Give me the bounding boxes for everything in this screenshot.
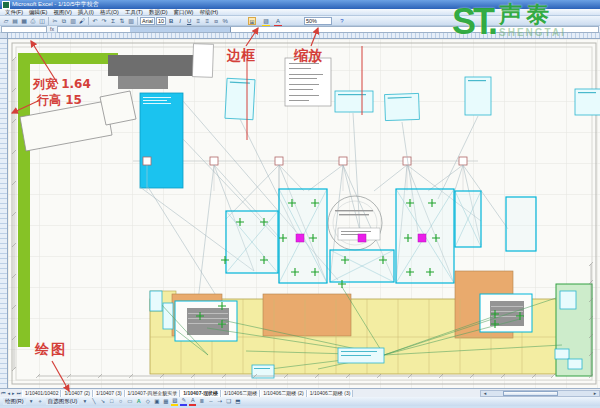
wordart-icon[interactable]: A: [135, 398, 142, 405]
italic-icon[interactable]: I: [176, 17, 184, 25]
bold-icon[interactable]: B: [167, 17, 175, 25]
draw-menu[interactable]: 绘图(R): [3, 398, 26, 405]
sheet-tab[interactable]: 1/10406二期楼 (3): [307, 390, 354, 397]
diagram-icon[interactable]: ◇: [144, 398, 151, 405]
menu-edit[interactable]: 编辑(E): [29, 9, 47, 16]
sheet-tab[interactable]: 1/10407 (3): [93, 390, 125, 397]
font-color-icon[interactable]: A: [189, 397, 196, 406]
arrow-style-icon[interactable]: ⇢: [216, 398, 223, 405]
tab-prev-icon[interactable]: ◂: [8, 390, 11, 396]
spec-note-box: [285, 58, 331, 106]
select-objects-icon[interactable]: ⌖: [37, 398, 44, 405]
print-icon[interactable]: ⎙: [29, 17, 37, 25]
textbox-icon[interactable]: ▭: [126, 398, 133, 405]
align-center-icon[interactable]: ≡: [203, 17, 211, 25]
name-box[interactable]: [1, 26, 47, 33]
save-icon[interactable]: ▦: [20, 17, 28, 25]
menu-insert[interactable]: 插入(I): [78, 9, 94, 16]
open-icon[interactable]: ▤: [11, 17, 19, 25]
tab-last-icon[interactable]: ⏭: [17, 390, 22, 397]
preview-icon[interactable]: ◫: [38, 17, 46, 25]
zoom-combo[interactable]: 50%: [304, 17, 332, 25]
percent-icon[interactable]: %: [221, 17, 229, 25]
sheet-canvas[interactable]: [8, 39, 600, 388]
arrow-icon[interactable]: ↘: [99, 398, 106, 405]
format-painter-icon[interactable]: 🖌: [78, 17, 86, 25]
line-color-icon[interactable]: ✎: [180, 397, 187, 406]
tab-next-icon[interactable]: ▸: [12, 390, 15, 396]
formula-selection: [130, 27, 231, 32]
horizontal-scrollbar[interactable]: ◂ ▸: [480, 390, 600, 397]
menu-window[interactable]: 窗口(W): [174, 9, 194, 16]
equipment-marker: [418, 234, 426, 242]
clipart-icon[interactable]: ▣: [153, 398, 160, 405]
copy-icon[interactable]: ⧉: [60, 17, 68, 25]
sort-asc-icon[interactable]: ⇅: [118, 17, 126, 25]
chart-wizard-icon[interactable]: ▥: [127, 17, 135, 25]
undo-icon[interactable]: ↶: [91, 17, 99, 25]
plan-drawing: [8, 39, 600, 388]
align-left-icon[interactable]: ≡: [194, 17, 202, 25]
font-name-combo[interactable]: Arial: [140, 17, 155, 25]
formula-bar: fx: [0, 26, 600, 33]
scrollbar-thumb[interactable]: [503, 391, 558, 396]
menu-tools[interactable]: 工具(T): [125, 9, 143, 16]
toolbar-separator: [137, 17, 138, 25]
redo-icon[interactable]: ↷: [100, 17, 108, 25]
fill-color-icon[interactable]: ▨: [171, 397, 178, 406]
tab-first-icon[interactable]: ⏮: [1, 390, 6, 397]
sheet-tab[interactable]: 1/10407-四层全貌实录: [125, 390, 181, 397]
font-size-combo[interactable]: 10: [156, 17, 166, 25]
excel-app-icon: [2, 1, 10, 9]
menu-format[interactable]: 格式(O): [100, 9, 119, 16]
stair-unit-2: [480, 294, 532, 332]
sheet-tab-bar: ⏮ ◂ ▸ ⏭ 1/10401/10402 1/10407 (2) 1/1040…: [0, 388, 600, 397]
formula-field[interactable]: [57, 26, 599, 33]
help-icon[interactable]: ?: [338, 17, 346, 25]
toolbar-separator: [88, 17, 89, 25]
menu-file[interactable]: 文件(F): [5, 9, 23, 16]
oval-icon[interactable]: ○: [117, 398, 124, 405]
drawing-toolbar: 绘图(R) ▾ ⌖ 自选图形(U) ▾ ╲ ↘ □ ○ ▭ A ◇ ▣ ▦ ▨ …: [0, 397, 600, 406]
cut-icon[interactable]: ✂: [51, 17, 59, 25]
equipment-marker: [358, 234, 366, 242]
underline-icon[interactable]: U: [185, 17, 193, 25]
chevron-down-icon[interactable]: ▾: [81, 398, 88, 405]
menu-view[interactable]: 视图(V): [53, 9, 71, 16]
cyan-building-block: [140, 93, 183, 188]
sheet-tab[interactable]: 1/10401/10402: [22, 390, 61, 397]
borders-icon[interactable]: ⊞: [248, 17, 256, 25]
fx-icon[interactable]: fx: [47, 26, 57, 32]
equipment-marker: [296, 234, 304, 242]
menu-help[interactable]: 帮助(H): [199, 9, 218, 16]
row-headers[interactable]: [0, 39, 8, 388]
sheet-tab[interactable]: 1/10407 (2): [61, 390, 93, 397]
threed-icon[interactable]: ⬒: [234, 398, 241, 405]
shadow-icon[interactable]: ❏: [225, 398, 232, 405]
rectangle-icon[interactable]: □: [108, 398, 115, 405]
autoshapes-menu[interactable]: 自选图形(U): [46, 398, 80, 405]
scroll-right-icon[interactable]: ▸: [591, 390, 599, 396]
chevron-down-icon[interactable]: ▾: [28, 398, 35, 405]
menu-bar: 文件(F) 编辑(E) 视图(V) 插入(I) 格式(O) 工具(T) 数据(D…: [0, 9, 600, 16]
dash-style-icon[interactable]: ┄: [207, 398, 214, 405]
paste-icon[interactable]: ▥: [69, 17, 77, 25]
line-icon[interactable]: ╲: [90, 398, 97, 405]
scroll-left-icon[interactable]: ◂: [481, 390, 489, 396]
merge-center-icon[interactable]: ⧈: [212, 17, 220, 25]
new-icon[interactable]: ▱: [2, 17, 10, 25]
sheet-tab[interactable]: 1/10406二期楼 (2): [260, 390, 307, 397]
sheet-tab[interactable]: 1/10406二期楼: [221, 390, 260, 397]
menu-data[interactable]: 数据(D): [149, 9, 168, 16]
excel-window: Microsoft Excel - 1/10/5中学校舍 文件(F) 编辑(E)…: [0, 0, 600, 408]
autosum-icon[interactable]: Σ: [109, 17, 117, 25]
toolbar-separator: [48, 17, 49, 25]
line-style-icon[interactable]: ≣: [198, 398, 205, 405]
standard-toolbar: ▱ ▤ ▦ ⎙ ◫ ✂ ⧉ ▥ 🖌 ↶ ↷ Σ ⇅ ▥ Arial 10 B I…: [0, 16, 600, 26]
sheet-tab-active[interactable]: 1/10407-现状楼: [180, 390, 221, 397]
picture-icon[interactable]: ▦: [162, 398, 169, 405]
